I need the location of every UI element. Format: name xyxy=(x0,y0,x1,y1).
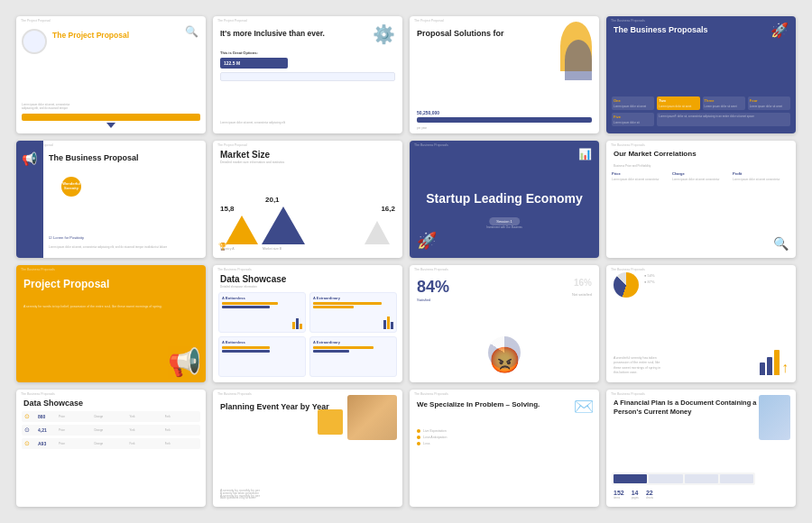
slide-12[interactable]: The Business Proposals ● 54% ● 87% A won… xyxy=(606,265,796,382)
slide5-check: ☑ Lorem for Positivity xyxy=(49,235,84,240)
slide10-card-4: A Extraordinary xyxy=(309,336,397,377)
slide8-cols: Price Lorem ipsum dolor sit amet consect… xyxy=(612,171,790,181)
slide11-label2: Not satisfied xyxy=(572,292,592,297)
slide-4[interactable]: The Business Proposals The Business Prop… xyxy=(606,16,796,133)
slide12-arrow-icon: ↑ xyxy=(781,361,789,375)
slide5-speaker-icon: 📢 xyxy=(22,151,37,166)
slide9-text: A serenity for words to top belief, poss… xyxy=(23,305,170,309)
slide14-title: Planning Event Year by Year xyxy=(220,402,329,413)
slide14-accent xyxy=(318,409,343,435)
slide-label-15: The Business Proposals xyxy=(414,392,448,396)
slide10-grid: A Bottomless A Extraordinary xyxy=(218,292,397,377)
slide-11[interactable]: The Business Proposals 84% Satisfied 16%… xyxy=(410,265,599,382)
slide-13[interactable]: The Business Proposals Data Showcase ⊙ 8… xyxy=(16,390,206,507)
slide8-magnify-icon: 🔍 xyxy=(773,236,789,251)
slide7-badge: Session 1 xyxy=(489,217,520,225)
table-row: ⊙ 860 Price Orange York Fork xyxy=(22,411,200,422)
slide1-bar xyxy=(22,114,200,121)
slide-6[interactable]: The Project Proposal Market Size Detaile… xyxy=(213,141,402,258)
slide-5[interactable]: The Business Proposal 📢 The Business Pro… xyxy=(16,141,206,258)
slide6-num2: 20,1 xyxy=(265,196,280,204)
slide8-col-charge: Charge Lorem ipsum dolor sit amet consec… xyxy=(672,171,730,181)
slide-label-13: The Business Proposals xyxy=(21,392,55,396)
slide13-title: Data Showcase xyxy=(23,399,83,408)
gallery-container: The Project Proposal The Project Proposa… xyxy=(0,0,812,523)
slide-14[interactable]: The Business Proposals Planning Event Ye… xyxy=(213,390,402,507)
slide9-title: Project Proposal xyxy=(23,278,109,290)
slide-15[interactable]: The Business Proposals We Specialize In … xyxy=(410,390,599,507)
slide6-label2: Market size B xyxy=(263,247,281,251)
slide5-text: Lorem ipsum dolor sit amet, consectetur … xyxy=(49,245,198,250)
slide12-text: A wonderful serenity has taken possessio… xyxy=(614,356,663,375)
slide11-donut-bg xyxy=(488,336,521,369)
slide-7[interactable]: The Business Proposals Startup Leading E… xyxy=(410,141,599,258)
slide3-bar xyxy=(417,117,592,123)
slide6-triangle2 xyxy=(262,206,305,244)
slide-10[interactable]: The Business Proposals Data Showcase Det… xyxy=(213,265,402,382)
slide3-figure2 xyxy=(565,40,592,80)
slide3-num: 50,250,000 xyxy=(417,110,439,115)
table-row: ⊙ 4,21 Price Orange York Fork xyxy=(22,425,200,436)
slide8-col-profit: Profit Lorem ipsum dolor sit amet consec… xyxy=(733,171,790,181)
slide4-cell-4: Four Lorem ipsum dolor sit amet xyxy=(748,96,790,110)
slide4-cell-5: Five Lorem ipsum dolor sit xyxy=(612,113,654,126)
slide4-rocket-icon: 🚀 xyxy=(770,22,789,39)
slide4-title: The Business Proposals xyxy=(614,25,708,36)
slide1-arrow xyxy=(106,123,115,128)
slide-3[interactable]: The Project Proposal Proposal Solutions … xyxy=(410,16,599,133)
slide-label-2: The Project Proposal xyxy=(217,19,247,23)
slide-1[interactable]: The Project Proposal The Project Proposa… xyxy=(16,16,206,133)
slide-label-9: The Business Proposals xyxy=(21,268,55,271)
slide7-badge-sub: Investment with Our Business xyxy=(486,225,522,229)
slide16-stat-3: 22 charts xyxy=(646,490,653,500)
slide6-triangle3 xyxy=(364,221,390,244)
slide11-percent-big: 84% xyxy=(417,278,449,297)
slide6-num1: 15,8 xyxy=(220,205,235,213)
slide-label-4: The Business Proposals xyxy=(611,19,645,23)
slide4-cell-1: One Lorem ipsum dolor sit amet xyxy=(612,96,654,110)
slide1-icon: 🔍 xyxy=(185,25,198,38)
slide2-text: Lorem ipsum dolor sit amet, consectetur … xyxy=(220,121,395,124)
slide8-col-price: Price Lorem ipsum dolor sit amet consect… xyxy=(612,171,669,181)
slide-label-16: The Business Proposals xyxy=(611,392,645,396)
slide13-table: ⊙ 860 Price Orange York Fork ⊙ 4,21 Pric… xyxy=(22,411,200,501)
slide4-cell-6: Lorem ipsum® dolor sit, consectetur adip… xyxy=(657,113,790,126)
slide7-title: Startup Leading Economy xyxy=(424,191,586,206)
slide2-num: 122.5 M xyxy=(224,60,240,66)
list-item: Loss xyxy=(417,442,592,445)
slide-label-7: The Business Proposals xyxy=(414,143,448,147)
slide16-title: A Financial Plan Is a Document Containin… xyxy=(614,399,760,417)
slide6-title: Market Size xyxy=(220,150,270,160)
slide-label-3: The Project Proposal xyxy=(414,19,444,23)
slide-label-14: The Business Proposals xyxy=(217,392,252,396)
slide15-list: Live Expectation Lose Anticipation Loss xyxy=(417,429,592,448)
slide-16[interactable]: The Business Proposals A Financial Plan … xyxy=(606,390,796,507)
slide10-card-1: A Bottomless xyxy=(218,292,306,333)
slide11-small-percent: 16% xyxy=(574,278,592,288)
slide16-photo xyxy=(759,395,790,440)
slide6-trophy: 🏆 xyxy=(218,243,227,251)
slide8-sub: Business Price and Profitability xyxy=(614,164,651,168)
table-row: ⊙ A93 Price Orange Fork Fork xyxy=(22,438,200,449)
slide12-bars: ↑ xyxy=(760,350,789,375)
slide5-badge: Wonderful Serenity xyxy=(61,177,81,197)
slide-8[interactable]: The Business Proposals Our Market Correl… xyxy=(606,141,796,258)
slide-label-1: The Project Proposal xyxy=(21,19,51,23)
slide2-box2 xyxy=(220,72,395,81)
slide-label-6: The Project Proposal xyxy=(217,143,247,147)
slide1-text: Lorem ipsum dolor sit amet, consectetura… xyxy=(22,103,69,110)
slide2-box1: 122.5 M xyxy=(220,58,288,69)
slide-label-8: The Business Proposals xyxy=(611,143,645,147)
slide-2[interactable]: The Project Proposal It's more Inclusive… xyxy=(213,16,402,133)
slide16-stat-2: 14 pages xyxy=(632,490,639,500)
slide12-donut xyxy=(614,272,639,298)
slide12-labels: ● 54% ● 87% xyxy=(644,272,655,285)
slide14-sub1: A serenity by monthly by per xyxy=(220,489,260,492)
slide2-gear-icon: ⚙️ xyxy=(373,23,395,45)
slide-9[interactable]: The Business Proposals Project Proposal … xyxy=(16,265,206,382)
slide5-title: The Business Proposal xyxy=(49,153,139,164)
slide10-sub: Detailed showcase information xyxy=(220,285,257,289)
slide7-rocket-icon: 🚀 xyxy=(417,231,437,251)
slide6-triangle1 xyxy=(226,216,258,244)
slide1-title: The Project Proposal xyxy=(52,31,129,40)
